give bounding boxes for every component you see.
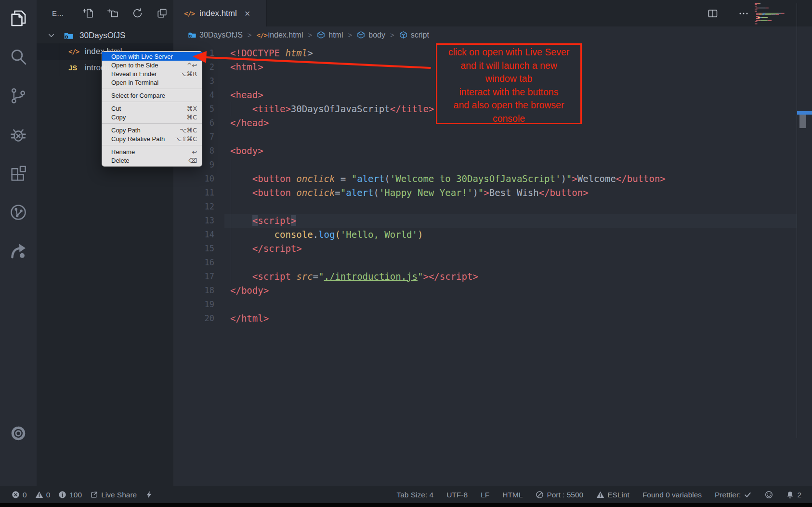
code-line-16[interactable]: 16: [173, 256, 812, 270]
line-number: 11: [173, 186, 214, 200]
folder-icon: [64, 31, 73, 40]
code-token: alert: [357, 173, 384, 184]
tab-index-html[interactable]: </> index.html ×: [173, 0, 267, 26]
status-item-zap[interactable]: [145, 491, 153, 499]
refresh-icon: [131, 7, 144, 19]
code-text: console.log('Hello, World'): [224, 228, 797, 242]
more-button[interactable]: [738, 8, 749, 19]
code-line-14[interactable]: 14 console.log('Hello, World'): [173, 228, 812, 242]
menu-item-shortcut: ↩: [192, 148, 197, 156]
status-item-found-0-variables[interactable]: Found 0 variables: [642, 491, 702, 499]
menu-item-reveal-in-finder[interactable]: Reveal in Finder⌥⌘R: [102, 69, 202, 78]
status-item-2[interactable]: 2: [786, 491, 801, 499]
annotation-line: console: [437, 112, 580, 126]
code-token: [230, 215, 252, 226]
status-label: LF: [481, 491, 489, 499]
code-line-9[interactable]: 9: [173, 158, 812, 172]
code-line-19[interactable]: 19: [173, 298, 812, 312]
status-item-utf-8[interactable]: UTF-8: [446, 491, 468, 499]
code-line-10[interactable]: 10 <button onclick = "alert('Welcome to …: [173, 172, 812, 186]
status-left: 00100Live Share: [0, 491, 153, 499]
split-editor-button[interactable]: [707, 8, 719, 19]
warning-icon: [35, 491, 43, 499]
menu-item-open-to-the-side[interactable]: Open to the Side^↩: [102, 61, 202, 69]
code-token: <html>: [230, 62, 263, 72]
breadcrumb-separator: >: [385, 31, 399, 39]
breadcrumb-item-html[interactable]: html: [317, 31, 343, 39]
code-line-13[interactable]: 13 <script>: [173, 214, 812, 228]
code-text: [224, 200, 797, 214]
activity-item-remote[interactable]: [9, 203, 28, 222]
menu-item-delete[interactable]: Delete⌫: [102, 156, 202, 165]
activity-item-debug[interactable]: [9, 125, 28, 144]
line-number: 14: [173, 228, 214, 242]
smiley-icon: [765, 491, 773, 499]
status-item-live-share[interactable]: Live Share: [90, 491, 137, 499]
activity-item-files[interactable]: [9, 9, 28, 28]
menu-item-copy-path[interactable]: Copy Path⌥⌘C: [102, 126, 202, 134]
tree-item-folder[interactable]: 30DaysOfJS: [37, 27, 173, 43]
breadcrumb-item-script[interactable]: script: [399, 31, 429, 39]
code-token: >: [307, 48, 313, 58]
code-token: (: [335, 229, 340, 240]
status-item-lf[interactable]: LF: [481, 491, 489, 499]
minimap[interactable]: [753, 2, 797, 26]
menu-item-select-for-compare[interactable]: Select for Compare: [102, 91, 202, 100]
code-line-20[interactable]: 20</html>: [173, 312, 812, 325]
status-item-tab-size-4[interactable]: Tab Size: 4: [396, 491, 433, 499]
status-item-100[interactable]: 100: [58, 491, 82, 499]
code-line-7[interactable]: 7: [173, 130, 812, 144]
code-token: [230, 187, 252, 198]
status-item-0[interactable]: 0: [12, 491, 27, 499]
code-token: ): [472, 187, 478, 198]
code-text: [224, 256, 797, 270]
menu-item-rename[interactable]: Rename↩: [102, 147, 202, 156]
refresh-button[interactable]: [131, 7, 144, 19]
activity-item-search[interactable]: [9, 47, 28, 66]
explorer-title: E...: [52, 9, 64, 17]
status-item-smiley[interactable]: [765, 491, 773, 499]
code-token: [230, 243, 252, 254]
code-text: [224, 158, 797, 172]
breadcrumb-item-index.html[interactable]: </>index.html: [257, 31, 303, 39]
status-item-0[interactable]: 0: [35, 491, 51, 499]
code-line-11[interactable]: 11 <button onclick="alert('Happy New Yea…: [173, 186, 812, 200]
code-line-8[interactable]: 8<body>: [173, 144, 812, 158]
code-line-18[interactable]: 18</body>: [173, 284, 812, 298]
line-number: 15: [173, 242, 214, 256]
activity-item-extensions[interactable]: [9, 164, 28, 183]
status-item-html[interactable]: HTML: [502, 491, 523, 499]
breadcrumb-item-30DaysOfJS[interactable]: 30DaysOfJS: [188, 31, 243, 39]
menu-item-copy-relative-path[interactable]: Copy Relative Path⌥⇧⌘C: [102, 134, 202, 143]
code-token: alert: [346, 187, 373, 198]
status-item-prettier-[interactable]: Prettier:: [715, 491, 752, 499]
code-token: ": [341, 187, 346, 198]
code-token: ": [318, 271, 324, 282]
activity-item-gear[interactable]: [9, 424, 28, 443]
new-file-button[interactable]: [82, 7, 94, 19]
menu-item-shortcut: ⌘X: [187, 105, 197, 112]
breadcrumb-label: html: [328, 31, 343, 39]
activity-item-source-control[interactable]: [9, 86, 28, 105]
close-icon[interactable]: ×: [245, 9, 250, 18]
status-item-port-5500[interactable]: Port : 5500: [536, 491, 583, 499]
code-token: [230, 229, 275, 240]
activity-item-live-share[interactable]: [9, 241, 28, 260]
code-line-17[interactable]: 17 <script src="./introduction.js"></scr…: [173, 270, 812, 284]
code-token: <script: [252, 271, 291, 282]
status-item-eslint[interactable]: ESLint: [596, 491, 629, 499]
code-token: </head>: [230, 117, 269, 128]
menu-separator: [102, 89, 202, 89]
scrollbar-thumb[interactable]: [799, 115, 806, 128]
collapse-all-button[interactable]: [156, 7, 168, 19]
code-line-15[interactable]: 15 </script>: [173, 242, 812, 256]
menu-item-copy[interactable]: Copy⌘C: [102, 113, 202, 121]
menu-item-open-with-live-server[interactable]: Open with Live Server: [102, 52, 202, 61]
menu-item-cut[interactable]: Cut⌘X: [102, 104, 202, 113]
tab-label: index.html: [199, 9, 236, 18]
menu-item-open-in-terminal[interactable]: Open in Terminal: [102, 78, 202, 87]
code-token: <button: [252, 173, 291, 184]
breadcrumb-item-body[interactable]: body: [357, 31, 385, 39]
code-line-12[interactable]: 12: [173, 200, 812, 214]
new-folder-button[interactable]: [107, 7, 119, 19]
